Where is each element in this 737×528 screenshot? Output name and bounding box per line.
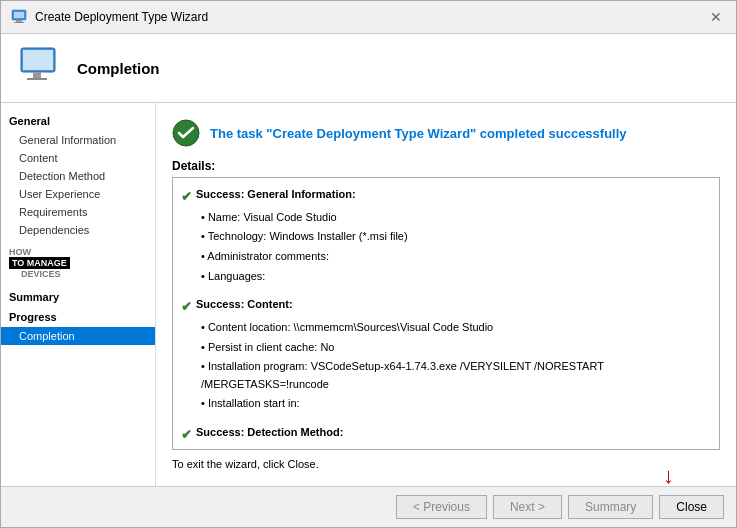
header-bar: Completion	[1, 34, 736, 103]
title-bar-left: Create Deployment Type Wizard	[11, 9, 208, 25]
sidebar-item-requirements[interactable]: Requirements	[1, 203, 155, 221]
detail-status-2: Success: Content:	[196, 296, 293, 314]
list-item: Persist in client cache: No	[201, 338, 711, 358]
list-item: Installation program: VSCodeSetup-x64-1.…	[201, 357, 711, 394]
sidebar-section-progress: Progress	[1, 307, 155, 327]
header-title: Completion	[77, 60, 160, 77]
list-item: Languages:	[201, 267, 711, 287]
sidebar-item-general-information[interactable]: General Information	[1, 131, 155, 149]
footer: ↓ < Previous Next > Summary Close	[1, 486, 736, 527]
detail-section-1: ✔ Success: General Information: Name: Vi…	[181, 186, 711, 286]
wizard-title-icon	[11, 9, 27, 25]
next-button[interactable]: Next >	[493, 495, 562, 519]
svg-rect-3	[14, 22, 24, 23]
wizard-body: General General Information Content Dete…	[1, 103, 736, 486]
detail-section-3: ✔ Success: Detection Method:	[181, 424, 711, 446]
list-item: Installation start in:	[201, 394, 711, 414]
sidebar-section-summary: Summary	[1, 287, 155, 307]
sidebar-item-content[interactable]: Content	[1, 149, 155, 167]
detail-status-3: Success: Detection Method:	[196, 424, 343, 442]
header-computer-icon	[17, 44, 65, 92]
main-content: The task "Create Deployment Type Wizard"…	[156, 103, 736, 486]
sidebar-item-user-experience[interactable]: User Experience	[1, 185, 155, 203]
svg-rect-7	[27, 78, 47, 80]
sidebar-section-general: General	[1, 111, 155, 131]
detail-status-1: Success: General Information:	[196, 186, 356, 204]
svg-rect-5	[23, 50, 53, 70]
sidebar-logo: HOW TO MANAGE DEVICES	[1, 239, 155, 287]
list-item: Content location: \\cmmemcm\Sources\Visu…	[201, 318, 711, 338]
success-message: The task "Create Deployment Type Wizard"…	[210, 126, 627, 141]
detail-header-1: ✔ Success: General Information:	[181, 186, 711, 208]
title-bar-text: Create Deployment Type Wizard	[35, 10, 208, 24]
summary-button[interactable]: Summary	[568, 495, 653, 519]
previous-button[interactable]: < Previous	[396, 495, 487, 519]
svg-rect-6	[33, 72, 41, 78]
check-icon-1: ✔	[181, 187, 192, 208]
sidebar-item-dependencies[interactable]: Dependencies	[1, 221, 155, 239]
detail-items-2: Content location: \\cmmemcm\Sources\Visu…	[201, 318, 711, 414]
close-button[interactable]: Close	[659, 495, 724, 519]
details-box[interactable]: ✔ Success: General Information: Name: Vi…	[172, 177, 720, 450]
close-arrow-indicator: ↓	[663, 463, 674, 489]
check-icon-3: ✔	[181, 425, 192, 446]
wizard-window: Create Deployment Type Wizard ✕ Completi…	[0, 0, 737, 528]
exit-text: To exit the wizard, click Close.	[172, 458, 720, 470]
svg-rect-1	[14, 12, 24, 18]
check-icon-2: ✔	[181, 297, 192, 318]
success-icon	[172, 119, 200, 147]
list-item: Technology: Windows Installer (*.msi fil…	[201, 227, 711, 247]
list-item: Administrator comments:	[201, 247, 711, 267]
sidebar: General General Information Content Dete…	[1, 103, 156, 486]
title-bar: Create Deployment Type Wizard ✕	[1, 1, 736, 34]
close-window-button[interactable]: ✕	[706, 7, 726, 27]
success-header: The task "Create Deployment Type Wizard"…	[172, 119, 720, 147]
detail-header-2: ✔ Success: Content:	[181, 296, 711, 318]
detail-header-3: ✔ Success: Detection Method:	[181, 424, 711, 446]
svg-rect-2	[16, 20, 22, 22]
detail-items-1: Name: Visual Code Studio Technology: Win…	[201, 208, 711, 286]
list-item: Name: Visual Code Studio	[201, 208, 711, 228]
sidebar-item-completion[interactable]: Completion	[1, 327, 155, 345]
detail-section-2: ✔ Success: Content: Content location: \\…	[181, 296, 711, 414]
sidebar-item-detection-method[interactable]: Detection Method	[1, 167, 155, 185]
details-label: Details:	[172, 159, 720, 173]
